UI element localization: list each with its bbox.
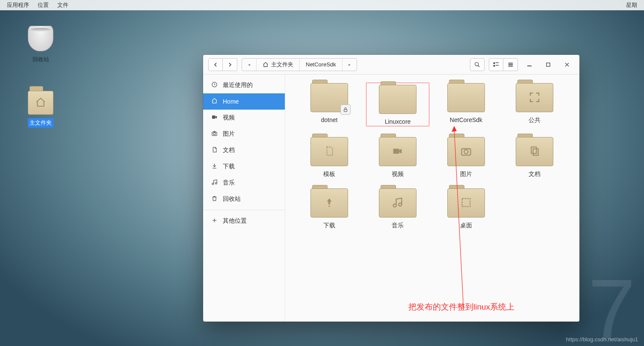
annotation-text: 把发布的文件整到linux系统上 (408, 301, 514, 313)
sidebar-item-download[interactable]: 下载 (203, 158, 285, 175)
folder-label: NetCoreSdk (450, 116, 482, 123)
folder-item[interactable]: 图片 (434, 136, 498, 178)
svg-rect-8 (527, 66, 532, 66)
folder-icon (516, 82, 553, 112)
folder-icon (310, 82, 348, 112)
desktop-home-folder[interactable]: 主文件夹 (24, 89, 58, 128)
sidebar-item-home[interactable]: Home (203, 93, 285, 110)
sidebar-item-label: 其他位置 (223, 217, 247, 225)
folder-label: 文档 (529, 170, 541, 178)
view-menu-button[interactable] (503, 58, 518, 71)
svg-rect-4 (496, 65, 499, 65)
svg-rect-17 (393, 149, 399, 154)
folder-icon (379, 188, 417, 218)
folder-item[interactable]: 桌面 (434, 188, 498, 230)
search-button[interactable] (470, 58, 484, 71)
folder-item[interactable]: NetCoreSdk (434, 82, 498, 127)
svg-rect-6 (508, 64, 513, 65)
lock-icon (340, 104, 351, 115)
folder-item[interactable]: 视频 (366, 136, 430, 178)
sidebar-item-label: 视频 (223, 114, 235, 122)
minimize-icon (527, 63, 532, 67)
path-home-segment[interactable]: 主文件夹 (257, 59, 300, 71)
svg-rect-2 (496, 62, 499, 63)
folder-item[interactable]: 公共 (502, 82, 567, 127)
wallpaper-glyph: 7 (588, 260, 635, 346)
folder-item[interactable]: 模板 (297, 136, 361, 178)
nav-buttons (208, 58, 237, 71)
home-icon (211, 98, 218, 105)
svg-rect-20 (531, 147, 536, 153)
folder-item[interactable]: 音乐 (366, 188, 430, 230)
sidebar-item-trash[interactable]: 回收站 (203, 191, 285, 207)
sidebar-item-plus[interactable]: 其他位置 (203, 213, 285, 229)
view-icons-button[interactable] (489, 58, 503, 71)
folder-content: dotnetLinuxcoreNetCoreSdk公共模板视频图片文档下载音乐桌… (285, 75, 579, 322)
path-current-segment[interactable]: NetCoreSdk (300, 59, 343, 71)
music-icon (211, 179, 218, 187)
video-icon (211, 114, 218, 122)
menu-files[interactable]: 文件 (53, 1, 73, 9)
svg-rect-11 (212, 116, 215, 119)
clock-icon (211, 81, 218, 89)
sidebar-item-music[interactable]: 音乐 (203, 175, 285, 191)
folder-icon (447, 188, 485, 218)
folder-icon (28, 89, 53, 115)
folder-label: 模板 (323, 170, 335, 178)
desktop-trash-label: 回收站 (31, 55, 51, 64)
nav-back-button[interactable] (208, 58, 223, 71)
file-manager-toolbar: ◂ 主文件夹 NetCoreSdk ▸ (203, 55, 579, 75)
svg-rect-7 (508, 66, 513, 66)
sidebar-item-label: 音乐 (223, 179, 235, 187)
folder-icon (447, 82, 485, 112)
svg-point-23 (393, 204, 396, 207)
desktop-icons: 回收站 主文件夹 (24, 26, 58, 128)
folder-label: 下载 (323, 222, 335, 230)
desktop-home-label: 主文件夹 (28, 118, 53, 128)
sidebar: 最近使用的Home视频图片文档下载音乐回收站其他位置 (203, 75, 285, 322)
folder-item[interactable]: 文档 (502, 136, 567, 178)
svg-rect-5 (508, 63, 513, 63)
path-up-button[interactable]: ◂ (242, 59, 257, 71)
folder-label: 音乐 (392, 222, 404, 230)
sidebar-item-doc[interactable]: 文档 (203, 142, 285, 158)
sidebar-item-label: Home (223, 98, 239, 105)
clock-label[interactable]: 星期 (622, 1, 641, 9)
nav-forward-button[interactable] (223, 58, 237, 71)
svg-point-15 (215, 182, 217, 184)
folder-icon (447, 136, 485, 166)
desktop-trash[interactable]: 回收站 (24, 26, 58, 64)
svg-rect-9 (547, 63, 550, 66)
svg-point-13 (213, 133, 216, 135)
trash-icon (211, 195, 218, 203)
window-close-button[interactable] (560, 58, 574, 71)
folder-item[interactable]: 下载 (297, 188, 361, 230)
menu-applications[interactable]: 应用程序 (3, 1, 33, 9)
hamburger-icon (508, 62, 514, 68)
svg-rect-1 (493, 62, 495, 64)
sidebar-item-camera[interactable]: 图片 (203, 126, 285, 142)
sidebar-item-video[interactable]: 视频 (203, 110, 285, 126)
system-topbar: 应用程序 位置 文件 星期 (0, 0, 644, 10)
svg-point-14 (212, 183, 213, 185)
svg-rect-25 (462, 199, 470, 207)
folder-item[interactable]: Linuxcore (366, 82, 430, 127)
maximize-icon (546, 63, 550, 67)
grid-icon (493, 62, 499, 68)
folder-item[interactable]: dotnet (297, 82, 361, 127)
sidebar-item-clock[interactable]: 最近使用的 (203, 77, 285, 93)
path-home-label: 主文件夹 (271, 61, 293, 69)
download-icon (211, 163, 218, 170)
search-icon (474, 62, 480, 68)
window-maximize-button[interactable] (541, 58, 555, 71)
path-next-button[interactable]: ▸ (343, 59, 357, 71)
path-bar: ◂ 主文件夹 NetCoreSdk ▸ (242, 58, 357, 71)
svg-rect-3 (493, 65, 495, 66)
sidebar-item-label: 回收站 (223, 195, 241, 203)
window-minimize-button[interactable] (522, 58, 537, 71)
trash-icon (28, 26, 53, 51)
folder-icon (310, 188, 348, 218)
file-manager-window: ◂ 主文件夹 NetCoreSdk ▸ (203, 55, 579, 322)
menu-places[interactable]: 位置 (33, 1, 53, 9)
folder-label: Linuxcore (385, 118, 411, 125)
